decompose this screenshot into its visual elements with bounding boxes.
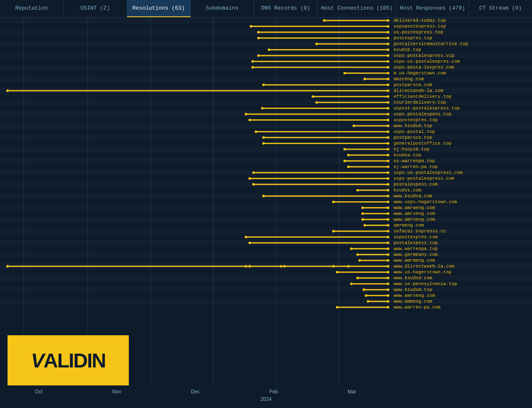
resolution-dot bbox=[332, 265, 335, 268]
bar-area bbox=[0, 298, 391, 304]
resolution-dot bbox=[361, 218, 364, 221]
row-label: www.amrveng.com bbox=[391, 211, 435, 216]
bar-area bbox=[0, 82, 391, 88]
table-row: postparsce.com bbox=[0, 82, 532, 88]
bar-area bbox=[0, 152, 391, 158]
row-label: www.amrneng.com bbox=[391, 217, 435, 222]
table-row: usps-posta-lexpres.com bbox=[0, 64, 532, 70]
bar-area bbox=[0, 105, 391, 111]
resolution-dot bbox=[245, 265, 247, 268]
tab-dns-records--0-[interactable]: DNS Records (0) bbox=[254, 0, 318, 17]
tab-resolutions--63-[interactable]: Resolutions (63) bbox=[127, 0, 191, 17]
tab-subdomains[interactable]: Subdomains bbox=[191, 0, 254, 17]
resolution-bar bbox=[351, 283, 388, 285]
resolution-end-dot bbox=[387, 300, 389, 303]
resolution-bar bbox=[324, 20, 388, 21]
table-row: uspostexpres.com bbox=[0, 234, 532, 240]
row-label: amrmeng.com bbox=[391, 223, 424, 228]
resolution-dot bbox=[332, 201, 335, 203]
table-row: www.ksudsq.com bbox=[0, 193, 532, 199]
resolution-dot bbox=[245, 113, 247, 115]
resolution-dot bbox=[283, 265, 286, 268]
bar-area bbox=[0, 211, 391, 217]
resolution-bar bbox=[251, 26, 388, 27]
resolution-end-dot bbox=[387, 277, 389, 279]
resolution-end-dot bbox=[387, 25, 389, 28]
resolution-end-dot bbox=[387, 160, 389, 162]
table-row: postalexpess.com bbox=[0, 181, 532, 187]
resolution-dot bbox=[262, 142, 265, 145]
row-label: usps-us-postalexpres.com bbox=[391, 59, 460, 64]
row-label: www.germeany.com bbox=[391, 252, 438, 257]
row-label: ksudss.com bbox=[391, 188, 421, 193]
resolution-dot bbox=[343, 72, 346, 74]
resolution-dot bbox=[343, 160, 346, 162]
resolution-bar bbox=[253, 184, 388, 185]
table-row: www.us-pennsylvania.top bbox=[0, 281, 532, 287]
resolution-bar bbox=[345, 161, 388, 162]
resolution-end-dot bbox=[387, 236, 389, 238]
bar-area bbox=[0, 234, 391, 240]
resolution-end-dot bbox=[387, 130, 389, 133]
bar-area bbox=[0, 164, 391, 170]
resolution-dot bbox=[332, 230, 335, 232]
resolution-bar bbox=[348, 155, 388, 156]
resolution-end-dot bbox=[387, 183, 389, 186]
table-row: ksudsa.top bbox=[0, 152, 532, 158]
resolution-bar bbox=[358, 190, 388, 191]
resolution-dot bbox=[250, 25, 252, 28]
bar-area bbox=[0, 217, 391, 222]
row-label: postalexpess.com bbox=[391, 182, 438, 187]
table-row: postalexpess.top bbox=[0, 240, 532, 246]
resolution-bar bbox=[246, 237, 388, 238]
bar-area bbox=[0, 146, 391, 152]
row-label: uspostexpres.top bbox=[391, 117, 438, 122]
bar-area bbox=[0, 76, 391, 82]
resolution-dot bbox=[347, 265, 350, 268]
row-label: usps.postalexpess.top bbox=[391, 112, 452, 117]
resolution-dot bbox=[252, 183, 255, 186]
bar-area bbox=[0, 293, 391, 298]
table-row: uspsst-postalexpress.top bbox=[0, 105, 532, 111]
bar-area bbox=[0, 269, 391, 275]
resolution-end-dot bbox=[387, 171, 389, 174]
tab-host-connections--105-[interactable]: Host Connections (105) bbox=[317, 0, 396, 17]
table-row: www.ksudsm.top bbox=[0, 123, 532, 129]
resolution-dot bbox=[248, 265, 251, 268]
resolution-bar bbox=[258, 32, 388, 33]
bar-area bbox=[0, 18, 391, 23]
resolution-bar bbox=[258, 55, 388, 56]
resolution-dot bbox=[6, 265, 9, 268]
bar-area bbox=[0, 240, 391, 246]
resolution-bar bbox=[250, 120, 388, 121]
resolution-end-dot bbox=[387, 201, 389, 203]
row-label: usps-postalexpress.vip bbox=[391, 53, 454, 58]
resolution-end-dot bbox=[387, 230, 389, 232]
row-label: us-postexpress.top bbox=[391, 30, 443, 35]
tab-osint--2-[interactable]: OSINT (2) bbox=[64, 0, 127, 17]
resolution-end-dot bbox=[387, 218, 389, 221]
row-label: postalexpess.top bbox=[391, 240, 438, 245]
table-row: us-warrenpa.top bbox=[0, 158, 532, 164]
resolution-end-dot bbox=[387, 224, 389, 227]
resolution-end-dot bbox=[387, 101, 389, 104]
tab-reputation[interactable]: Reputation bbox=[0, 0, 64, 17]
bar-area bbox=[0, 228, 391, 234]
row-label: postparsce.top bbox=[391, 135, 432, 140]
table-row: usps-us-postalexpress.com bbox=[0, 170, 532, 176]
row-label: www.us-hagerstown.top bbox=[391, 270, 452, 275]
resolution-dot bbox=[245, 236, 247, 238]
resolution-end-dot bbox=[387, 207, 389, 209]
bar-area bbox=[0, 99, 391, 105]
bar-area bbox=[0, 158, 391, 164]
table-row: generalpostoffice.top bbox=[0, 140, 532, 146]
table-row: www.germeany.com bbox=[0, 252, 532, 258]
resolution-dot bbox=[257, 54, 260, 57]
table-row: usps-postalexpress.vip bbox=[0, 53, 532, 59]
bar-area bbox=[0, 59, 391, 64]
tab-ct-stream--0-[interactable]: CT Stream (0) bbox=[469, 0, 532, 17]
resolution-bar bbox=[358, 254, 388, 255]
x-label-oct: Oct bbox=[35, 389, 43, 395]
resolution-end-dot bbox=[387, 119, 389, 121]
tab-host-responses--479-[interactable]: Host Responses (479) bbox=[396, 0, 469, 17]
